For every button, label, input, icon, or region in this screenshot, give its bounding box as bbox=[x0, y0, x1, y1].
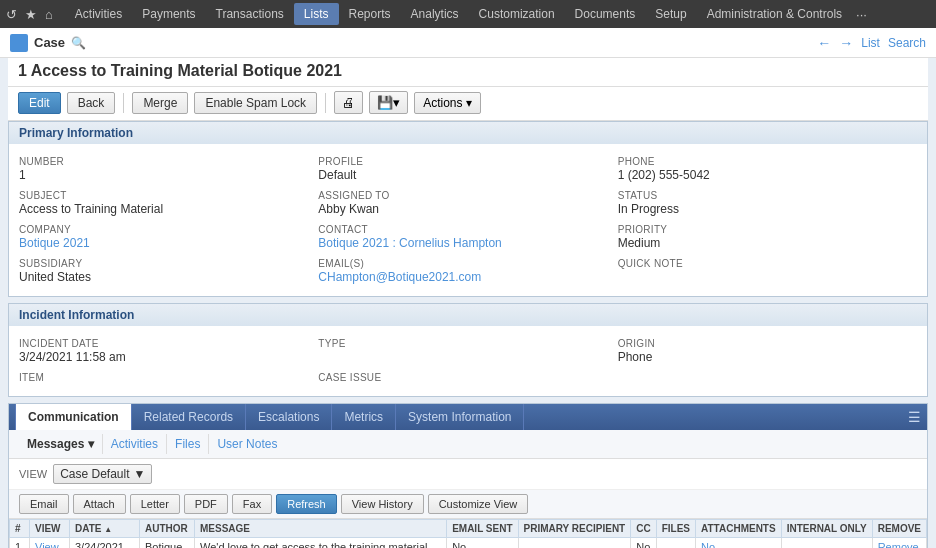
customize-view-button[interactable]: Customize View bbox=[428, 494, 529, 514]
company-value[interactable]: Botique 2021 bbox=[19, 236, 308, 250]
profile-label: PROFILE bbox=[318, 156, 607, 167]
row-internal-only bbox=[781, 538, 872, 549]
field-profile: PROFILE Default bbox=[318, 152, 617, 186]
number-value: 1 bbox=[19, 168, 308, 182]
subtab-files[interactable]: Files bbox=[167, 434, 209, 454]
nav-admin[interactable]: Administration & Controls bbox=[697, 3, 852, 25]
th-author[interactable]: AUTHOR bbox=[140, 520, 195, 538]
field-phone: PHONE 1 (202) 555-5042 bbox=[618, 152, 917, 186]
nav-lists[interactable]: Lists bbox=[294, 3, 339, 25]
search-link[interactable]: Search bbox=[888, 36, 926, 50]
origin-value: Phone bbox=[618, 350, 907, 364]
main-content: 1 Access to Training Material Botique 20… bbox=[0, 58, 936, 548]
tab-escalations[interactable]: Escalations bbox=[246, 404, 332, 430]
subtab-activities[interactable]: Activities bbox=[103, 434, 167, 454]
list-link[interactable]: List bbox=[861, 36, 880, 50]
field-emails: EMAIL(S) CHampton@Botique2021.com bbox=[318, 254, 617, 288]
status-label: STATUS bbox=[618, 190, 907, 201]
download-icon-button[interactable]: 💾▾ bbox=[369, 91, 408, 114]
primary-info-body: NUMBER 1 PROFILE Default PHONE 1 (202) 5… bbox=[8, 144, 928, 297]
th-internal-only[interactable]: INTERNAL ONLY bbox=[781, 520, 872, 538]
actions-button[interactable]: Actions ▾ bbox=[414, 92, 481, 114]
refresh-button[interactable]: Refresh bbox=[276, 494, 337, 514]
nav-analytics[interactable]: Analytics bbox=[401, 3, 469, 25]
communication-section: Communication Related Records Escalation… bbox=[8, 403, 928, 548]
nav-customization[interactable]: Customization bbox=[469, 3, 565, 25]
home-icon[interactable]: ⌂ bbox=[45, 7, 53, 22]
tab-metrics[interactable]: Metrics bbox=[332, 404, 396, 430]
th-files[interactable]: FILES bbox=[656, 520, 695, 538]
favorite-icon[interactable]: ★ bbox=[25, 7, 37, 22]
view-history-button[interactable]: View History bbox=[341, 494, 424, 514]
messages-table: # VIEW DATE ▲ AUTHOR MESSAGE EMAIL SENT … bbox=[9, 519, 927, 548]
th-remove[interactable]: REMOVE bbox=[872, 520, 926, 538]
row-num: 1 bbox=[10, 538, 30, 549]
nav-activities[interactable]: Activities bbox=[65, 3, 132, 25]
primary-info-header: Primary Information bbox=[8, 121, 928, 144]
section-expand-icon[interactable]: ☰ bbox=[908, 409, 921, 425]
contact-value[interactable]: Botique 2021 : Cornelius Hampton bbox=[318, 236, 607, 250]
subject-value: Access to Training Material bbox=[19, 202, 308, 216]
toolbar-separator bbox=[123, 93, 124, 113]
attach-button[interactable]: Attach bbox=[73, 494, 126, 514]
field-subject: SUBJECT Access to Training Material bbox=[19, 186, 318, 220]
nav-icons: ↺ ★ ⌂ bbox=[6, 7, 53, 22]
field-company: COMPANY Botique 2021 bbox=[19, 220, 318, 254]
secondary-header: Case 🔍 ← → List Search bbox=[0, 28, 936, 58]
fax-button[interactable]: Fax bbox=[232, 494, 272, 514]
email-button[interactable]: Email bbox=[19, 494, 69, 514]
subtab-user-notes[interactable]: User Notes bbox=[209, 434, 285, 454]
nav-documents[interactable]: Documents bbox=[565, 3, 646, 25]
emails-value[interactable]: CHampton@Botique2021.com bbox=[318, 270, 607, 284]
nav-transactions[interactable]: Transactions bbox=[206, 3, 294, 25]
th-view[interactable]: VIEW bbox=[30, 520, 70, 538]
type-label: TYPE bbox=[318, 338, 607, 349]
back-button[interactable]: Back bbox=[67, 92, 116, 114]
row-view[interactable]: View bbox=[30, 538, 70, 549]
nav-links: Activities Payments Transactions Lists R… bbox=[65, 3, 852, 25]
field-status: STATUS In Progress bbox=[618, 186, 917, 220]
th-date[interactable]: DATE ▲ bbox=[70, 520, 140, 538]
phone-label: PHONE bbox=[618, 156, 907, 167]
nav-payments[interactable]: Payments bbox=[132, 3, 205, 25]
nav-more-icon[interactable]: ··· bbox=[856, 7, 867, 22]
row-author: Botique2021 bbox=[140, 538, 195, 549]
th-message[interactable]: MESSAGE bbox=[195, 520, 447, 538]
nav-setup[interactable]: Setup bbox=[645, 3, 696, 25]
nav-reports[interactable]: Reports bbox=[339, 3, 401, 25]
letter-button[interactable]: Letter bbox=[130, 494, 180, 514]
tab-list: Communication Related Records Escalation… bbox=[15, 404, 524, 430]
history-icon[interactable]: ↺ bbox=[6, 7, 17, 22]
next-record-arrow[interactable]: → bbox=[839, 35, 853, 51]
edit-button[interactable]: Edit bbox=[18, 92, 61, 114]
page-title-bar: 1 Access to Training Material Botique 20… bbox=[8, 58, 928, 87]
tab-system-information[interactable]: System Information bbox=[396, 404, 524, 430]
row-remove[interactable]: Remove bbox=[872, 538, 926, 549]
action-toolbar: Edit Back Merge Enable Spam Lock 🖨 💾▾ Ac… bbox=[8, 87, 928, 121]
quicknote-label: QUICK NOTE bbox=[618, 258, 907, 269]
subtab-messages[interactable]: Messages ▾ bbox=[19, 434, 103, 454]
top-navigation: ↺ ★ ⌂ Activities Payments Transactions L… bbox=[0, 0, 936, 28]
row-cc: No bbox=[631, 538, 656, 549]
view-select-dropdown[interactable]: Case Default ▼ bbox=[53, 464, 152, 484]
tab-related-records[interactable]: Related Records bbox=[132, 404, 246, 430]
messages-table-container: # VIEW DATE ▲ AUTHOR MESSAGE EMAIL SENT … bbox=[9, 519, 927, 548]
status-value: In Progress bbox=[618, 202, 907, 216]
incidentdate-value: 3/24/2021 11:58 am bbox=[19, 350, 308, 364]
item-label: ITEM bbox=[19, 372, 308, 383]
merge-button[interactable]: Merge bbox=[132, 92, 188, 114]
th-cc[interactable]: CC bbox=[631, 520, 656, 538]
pdf-button[interactable]: PDF bbox=[184, 494, 228, 514]
prev-record-arrow[interactable]: ← bbox=[817, 35, 831, 51]
company-label: COMPANY bbox=[19, 224, 308, 235]
th-primary-recipient[interactable]: PRIMARY RECIPIENT bbox=[518, 520, 631, 538]
contact-label: CONTACT bbox=[318, 224, 607, 235]
search-icon[interactable]: 🔍 bbox=[71, 36, 86, 50]
th-email-sent[interactable]: EMAIL SENT bbox=[447, 520, 518, 538]
print-icon-button[interactable]: 🖨 bbox=[334, 91, 363, 114]
enable-spam-button[interactable]: Enable Spam Lock bbox=[194, 92, 317, 114]
tab-communication[interactable]: Communication bbox=[15, 404, 132, 430]
th-attachments[interactable]: ATTACHMENTS bbox=[696, 520, 782, 538]
priority-label: PRIORITY bbox=[618, 224, 907, 235]
row-date: 3/24/202111:59 am bbox=[70, 538, 140, 549]
